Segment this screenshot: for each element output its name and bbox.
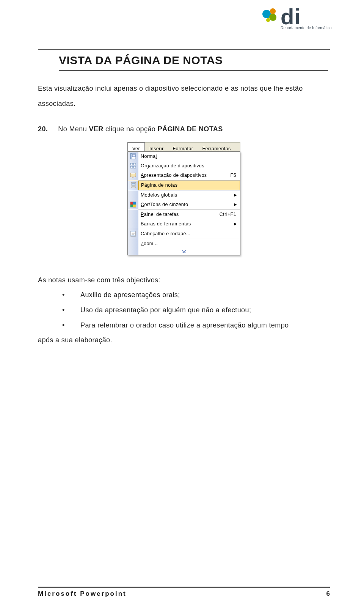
step-pagina: PÁGINA DE NOTAS	[158, 125, 223, 133]
menu-item-zoom[interactable]: Zoom...	[128, 239, 240, 249]
menu-item-label: Normal	[138, 151, 240, 162]
svg-rect-4	[133, 163, 136, 165]
blank-icon	[128, 190, 138, 200]
logo-mark	[261, 8, 280, 27]
svg-rect-14	[130, 202, 133, 205]
svg-rect-3	[130, 163, 133, 165]
svg-rect-1	[130, 154, 132, 159]
svg-rect-8	[131, 174, 135, 176]
list-item: Uso da apresentação por alguém que não a…	[62, 303, 330, 318]
menu-top-inserir[interactable]: Inserir	[145, 143, 168, 151]
list-intro: As notas usam-se com três objectivos:	[38, 273, 330, 288]
menu-item-label: Modelos globais	[138, 190, 234, 201]
intro-paragraph: Esta visualização inclui apenas o diapos…	[38, 81, 330, 111]
submenu-arrow-icon: ▶	[234, 191, 240, 199]
svg-rect-2	[132, 154, 135, 157]
after-list-text: após a sua elaboração.	[38, 333, 330, 348]
blank-icon	[128, 239, 138, 249]
page-footer: Microsoft Powerpoint 6	[38, 587, 330, 598]
svg-rect-20	[131, 235, 135, 236]
list-item: Auxilio de apresentações orais;	[62, 288, 330, 303]
menu-item-label: Apresentação de diapositivos	[138, 170, 231, 181]
menu-item-normal[interactable]: Normal	[128, 152, 240, 161]
svg-rect-6	[133, 166, 136, 168]
page-header: di Departamento de Informática	[38, 8, 330, 50]
menu-item-label: Organização de diapositivos	[138, 161, 240, 172]
step-text-2: clique na opção	[104, 125, 158, 133]
menu-item-painel-de-tarefas[interactable]: Painel de tarefasCtrl+F1	[128, 210, 240, 219]
svg-rect-15	[133, 202, 136, 205]
svg-rect-10	[132, 183, 135, 185]
svg-rect-17	[133, 205, 136, 207]
section-title: VISTA DA PÁGINA DE NOTAS	[59, 54, 328, 71]
step-text-1: No Menu	[58, 125, 89, 133]
menu-item-barras-de-ferramentas[interactable]: Barras de ferramentas▶	[128, 219, 240, 229]
menu-top-ferramentas[interactable]: Ferramentas	[198, 143, 235, 151]
headerfooter-icon	[128, 229, 138, 239]
menu-top-formatar[interactable]: Formatar	[168, 143, 198, 151]
menu-item-cabecalho-e-rodape[interactable]: Cabeçalho e rodapé...	[128, 229, 240, 239]
menu-item-label: Página de notas	[139, 180, 240, 191]
footer-title: Microsoft Powerpoint	[38, 590, 127, 598]
menu-item-apresentacao-de-diapositivos[interactable]: Apresentação de diapositivosF5	[128, 171, 240, 180]
document-page: di Departamento de Informática VISTA DA …	[0, 0, 364, 606]
logo-text: di Departamento de Informática	[281, 7, 332, 30]
svg-rect-16	[130, 205, 133, 207]
menu-bar: Ver Inserir Formatar Ferramentas	[127, 142, 240, 151]
step-ver: VER	[89, 125, 104, 133]
blank-icon	[128, 210, 138, 219]
menu-top-ver[interactable]: Ver	[127, 142, 145, 151]
orgslides-icon	[128, 161, 138, 171]
bullet-list: Auxilio de apresentações orais; Uso da a…	[62, 288, 330, 333]
normal-icon	[128, 152, 138, 161]
submenu-arrow-icon: ▶	[234, 200, 240, 209]
list-item: Para relembrar o orador caso utilize a a…	[62, 318, 330, 333]
notes-icon	[128, 181, 139, 190]
menu-item-label: Cor/Tons de cinzento	[138, 200, 234, 210]
submenu-arrow-icon: ▶	[234, 220, 240, 228]
menu-dropdown: NormalOrganização de diapositivosApresen…	[127, 151, 240, 255]
menu-item-label: Painel de tarefas	[138, 209, 220, 220]
menu-item-label: Zoom...	[138, 239, 240, 249]
page-number: 6	[326, 590, 330, 598]
step-20: 20. No Menu VER clique na opção PÁGINA D…	[38, 122, 330, 137]
step-number: 20.	[38, 125, 48, 133]
menu-screenshot: Ver Inserir Formatar Ferramentas NormalO…	[127, 142, 240, 255]
logo: di Departamento de Informática	[261, 8, 332, 30]
menu-item-cortons-de-cinzento[interactable]: Cor/Tons de cinzento▶	[128, 200, 240, 209]
menu-item-label: Barras de ferramentas	[138, 219, 234, 230]
logo-wordmark: di	[281, 7, 301, 27]
svg-rect-19	[131, 231, 135, 232]
blank-icon	[128, 219, 138, 229]
menu-item-pagina-de-notas[interactable]: Página de notas	[128, 181, 240, 190]
color-icon	[128, 200, 138, 209]
svg-rect-5	[130, 166, 133, 168]
menu-item-organizacao-de-diapositivos[interactable]: Organização de diapositivos	[128, 161, 240, 171]
logo-subtitle: Departamento de Informática	[281, 26, 332, 30]
menu-item-shortcut: F5	[231, 170, 240, 181]
body-text: Esta visualização inclui apenas o diapos…	[38, 81, 330, 348]
menu-item-label: Cabeçalho e rodapé...	[138, 229, 240, 239]
menu-item-shortcut: Ctrl+F1	[220, 209, 240, 220]
menu-item-modelos-globais[interactable]: Modelos globais▶	[128, 190, 240, 200]
slideshow-icon	[128, 171, 138, 180]
menu-expand-chevron[interactable]	[128, 249, 240, 255]
